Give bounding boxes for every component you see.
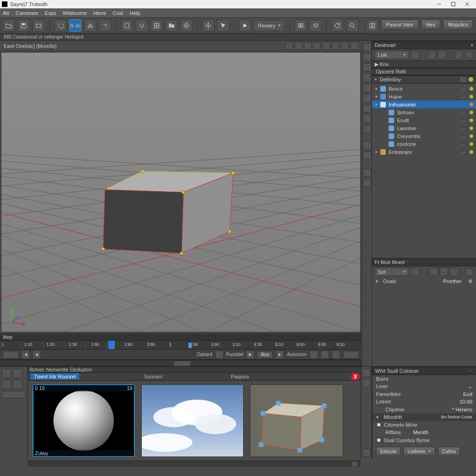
tree-row[interactable]: cordorre–: [372, 140, 476, 148]
start-frame[interactable]: [3, 351, 19, 358]
snap-icon[interactable]: [136, 20, 148, 32]
side-icon[interactable]: [362, 379, 370, 387]
browser-up-icon[interactable]: [2, 380, 11, 389]
mat-row[interactable]: FerrerilidreEod: [372, 390, 476, 398]
hex-button[interactable]: Hes: [421, 20, 441, 30]
doc-btn-d-icon[interactable]: [455, 51, 463, 59]
tool-extrude-icon[interactable]: [363, 84, 371, 92]
attrib-btn4-icon[interactable]: [450, 268, 458, 276]
models-button[interactable]: Mopclics: [443, 20, 473, 30]
viewport-cam-icon[interactable]: [295, 42, 302, 50]
menu-item[interactable]: Camerare: [15, 10, 38, 16]
mat-row[interactable]: RifbiosMentlh: [372, 429, 476, 436]
range-scrub[interactable]: [0, 360, 362, 366]
browser-tab[interactable]: Tisent Iritr Rounrel: [30, 373, 80, 380]
prev-icon[interactable]: [33, 350, 41, 359]
cur-frame[interactable]: Aoo: [257, 351, 273, 358]
section-tag-icon[interactable]: [459, 76, 467, 83]
material-preview-card[interactable]: 0 1519 Zulwy: [33, 384, 135, 457]
mat-row[interactable]: Lotrert10.00: [372, 398, 476, 406]
layers-icon[interactable]: [310, 20, 322, 32]
timeline-keyframe[interactable]: [188, 343, 192, 348]
panel-view-button[interactable]: Pascel Vam: [381, 20, 418, 30]
window-minimize[interactable]: [432, 0, 446, 8]
tree-row[interactable]: Sirtrsex–: [372, 108, 476, 116]
cut-icon[interactable]: [84, 20, 96, 32]
tool-bevel-icon[interactable]: [363, 94, 371, 102]
browser-close-button[interactable]: 3: [351, 373, 359, 380]
search-icon[interactable]: [346, 20, 358, 32]
align-icon[interactable]: [165, 20, 178, 32]
cube-preview-card[interactable]: [250, 384, 343, 457]
next-icon[interactable]: [276, 350, 284, 359]
outliner-section[interactable]: ▾Dethriliny: [372, 75, 476, 84]
last-icon[interactable]: [332, 350, 340, 359]
browser-view-dropdown[interactable]: [2, 391, 26, 398]
document-filter-dropdown[interactable]: Lisk: [375, 51, 409, 59]
tool-uv-icon[interactable]: [363, 168, 371, 177]
viewport[interactable]: [1, 52, 361, 332]
section-visibility-icon[interactable]: [469, 77, 473, 82]
mat-row[interactable]: Lmer⌄: [372, 383, 476, 390]
move-icon[interactable]: [202, 20, 214, 32]
mat-btn-b[interactable]: Liathons: [403, 447, 435, 456]
viewport-snap-icon[interactable]: [341, 42, 349, 50]
mat-row[interactable]: Cilometn Mrhe: [372, 421, 476, 429]
viewport-grid-icon[interactable]: [332, 42, 339, 50]
tree-row[interactable]: Lwontve–: [372, 124, 476, 132]
play-icon[interactable]: [246, 350, 254, 359]
tool-cut-icon[interactable]: [363, 104, 371, 112]
viewport-gizmo-icon[interactable]: [285, 42, 293, 50]
mat-btn-c[interactable]: Cafora: [438, 447, 460, 456]
browser-back-icon[interactable]: [2, 369, 11, 378]
viewport-label[interactable]: Eant Onelutc] (Moretlo): [4, 43, 57, 49]
attrib-panel-header[interactable]: Ft Moit Moed⋯: [372, 258, 476, 266]
attrib-dropdown[interactable]: Sot: [375, 268, 409, 276]
tree-row[interactable]: Bexcs–: [372, 85, 476, 93]
grid-icon[interactable]: [151, 20, 163, 32]
first-icon[interactable]: [21, 350, 30, 359]
tool-select-icon[interactable]: [363, 43, 371, 51]
render-icon[interactable]: [295, 20, 307, 32]
menu-item[interactable]: Witeloome: [63, 10, 87, 16]
mat-section[interactable]: ▾MbodrittIkn fiertion Conts: [372, 413, 476, 421]
open-icon[interactable]: [3, 20, 15, 32]
side-icon[interactable]: [362, 369, 370, 377]
viewport-lit-icon[interactable]: [323, 42, 330, 50]
side-icon[interactable]: [362, 449, 370, 457]
loop-icon[interactable]: [310, 350, 318, 359]
mat-row[interactable]: Dual Cuontuy Byroe: [372, 436, 476, 444]
browser-home-icon[interactable]: [13, 380, 22, 389]
tool-measure-icon[interactable]: [363, 125, 371, 133]
tool-light-icon[interactable]: [363, 178, 371, 187]
viewport-wire-icon[interactable]: [313, 42, 321, 50]
attrib-btn5-icon[interactable]: [465, 268, 473, 276]
window-close[interactable]: [460, 0, 474, 8]
attrib-btn3-icon[interactable]: [440, 268, 448, 276]
doc-btn-b-icon[interactable]: [428, 51, 436, 59]
browser-fwd-icon[interactable]: [13, 369, 22, 378]
timeline[interactable]: 1 1:10 1:20 1:30 1:80 2:60 2:80 1 8:06 1…: [0, 340, 362, 350]
cursor-icon[interactable]: [217, 20, 229, 32]
sky-preview-card[interactable]: [141, 384, 244, 457]
play-icon[interactable]: [239, 20, 251, 32]
step-back-icon[interactable]: [215, 350, 224, 359]
doc-btn-a-icon[interactable]: [411, 51, 419, 59]
folder-icon[interactable]: [33, 20, 45, 32]
menu-item[interactable]: Cost: [112, 10, 123, 16]
attrib-row[interactable]: ▾OvalePrrether: [372, 278, 476, 285]
doc-exp[interactable]: Opcrent Ridb: [372, 68, 476, 75]
tree-row[interactable]: Enteprajor–: [372, 148, 476, 156]
save-icon[interactable]: [18, 20, 30, 32]
panel-menu-icon[interactable]: ×: [470, 43, 473, 48]
viewport-max-icon[interactable]: [350, 42, 358, 50]
timeline-cursor[interactable]: [108, 341, 115, 349]
checkbox[interactable]: [376, 422, 381, 427]
viewport-shade-icon[interactable]: [304, 42, 311, 50]
window-maximize[interactable]: [446, 0, 460, 8]
settings-icon[interactable]: [180, 20, 192, 32]
doc-btn-e-icon[interactable]: [465, 51, 473, 59]
menu-item[interactable]: Exps: [45, 10, 56, 16]
menu-item[interactable]: Att: [3, 10, 9, 16]
render-mode-dropdown[interactable]: Rewary: [254, 20, 285, 31]
